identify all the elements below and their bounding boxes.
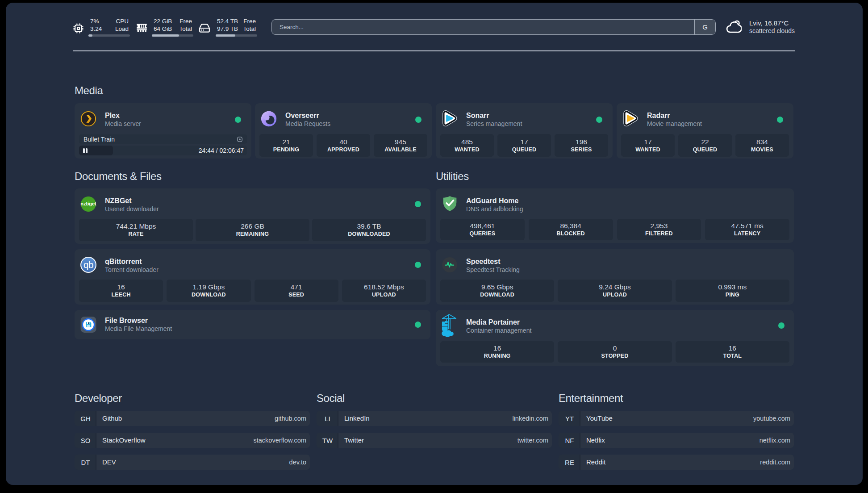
svg-text:nzbget: nzbget <box>80 201 96 206</box>
svg-text:qb: qb <box>83 260 93 270</box>
